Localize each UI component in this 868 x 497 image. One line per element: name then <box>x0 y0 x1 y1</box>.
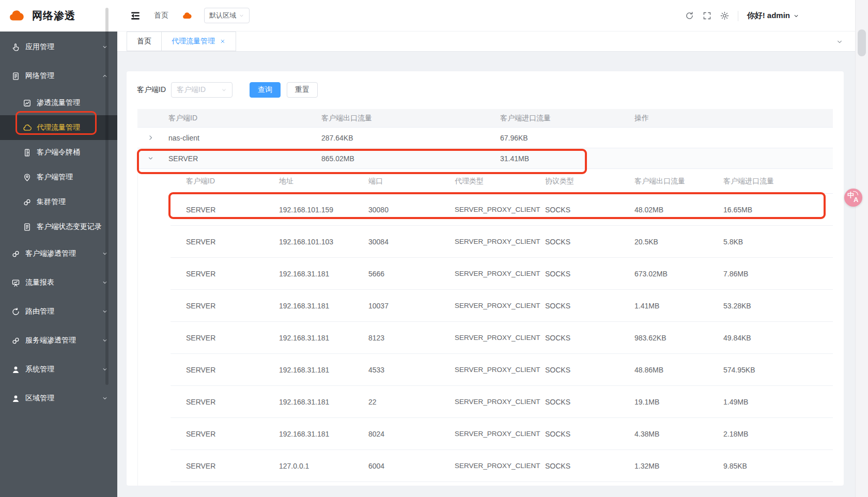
in-traffic-cell: 5.8KB <box>708 238 833 246</box>
client-id-cell: SERVER <box>171 206 264 214</box>
nested-table-row: SERVER 192.168.101.159 30080 SERVER_PROX… <box>171 194 833 226</box>
expand-cell <box>137 134 163 141</box>
in-traffic-cell: 16.65MB <box>708 206 833 214</box>
chevron-down-icon <box>239 13 244 19</box>
tab-label: 首页 <box>137 37 151 46</box>
proxy-type-cell: SERVER_PROXY_CLIENT <box>439 268 530 279</box>
in-traffic-cell: 53.28KB <box>708 302 833 310</box>
sidebar-item[interactable]: 网络管理 <box>0 61 117 90</box>
proxy-type-cell: SERVER_PROXY_CLIENT <box>439 428 530 439</box>
user-icon <box>11 394 20 403</box>
sidebar-item-label: 区域管理 <box>25 394 54 403</box>
fullscreen-icon[interactable] <box>703 11 711 20</box>
sidebar-item[interactable]: 客户端渗透管理 <box>0 239 117 268</box>
protocol-cell: SOCKS <box>530 398 619 406</box>
sidebar-item[interactable]: 路由管理 <box>0 297 117 326</box>
sidebar-item[interactable]: 渗透流量管理 <box>0 90 117 115</box>
out-traffic-cell: 865.02MB <box>316 154 495 163</box>
out-traffic-cell: 20.5KB <box>619 238 708 246</box>
nested-table-row: SERVER 192.168.31.181 10037 SERVER_PROXY… <box>171 290 833 322</box>
breadcrumb[interactable]: 首页 <box>154 11 168 20</box>
sidebar-item[interactable]: 代理流量管理 <box>0 115 117 140</box>
route-icon <box>11 307 20 316</box>
table-header-row: 客户端ID 客户端出口流量 客户端进口流量 操作 <box>137 109 833 128</box>
proxy-type-cell: SERVER_PROXY_CLIENT <box>439 300 530 311</box>
close-icon[interactable] <box>220 38 226 44</box>
sidebar-item[interactable]: 服务端渗透管理 <box>0 326 117 355</box>
sidebar-item[interactable]: 客户端令牌桶 <box>0 140 117 165</box>
sidebar-scrollbar-thumb[interactable] <box>105 8 109 385</box>
reset-button[interactable]: 重置 <box>287 82 318 98</box>
client-id-cell: SERVER <box>171 462 264 470</box>
client-id-placeholder: 客户端ID <box>177 85 206 95</box>
sidebar-item[interactable]: 客户端状态变更记录 <box>0 214 117 239</box>
chevron-right-icon[interactable] <box>147 134 154 141</box>
traffic-table: 客户端ID 客户端出口流量 客户端进口流量 操作 nas-client <box>137 109 833 169</box>
sidebar-item[interactable]: 系统管理 <box>0 355 117 384</box>
out-traffic-cell: 19.1MB <box>619 398 708 406</box>
in-traffic-cell: 67.96KB <box>495 134 629 142</box>
column-header: 操作 <box>629 114 833 123</box>
topbar-actions: 你好! admin <box>685 0 799 32</box>
sidebar-item[interactable]: 区域管理 <box>0 384 117 413</box>
sidebar-item-label: 渗透流量管理 <box>37 98 80 107</box>
port-cell: 30084 <box>353 238 439 246</box>
region-select[interactable]: 默认区域 <box>204 8 250 23</box>
tab[interactable]: 首页 <box>127 32 162 51</box>
sidebar-item[interactable]: 应用管理 <box>0 33 117 61</box>
chevron-down-icon[interactable] <box>147 155 154 162</box>
query-form: 客户端ID 客户端ID 查询 重置 <box>137 82 318 98</box>
theme-sun-icon[interactable] <box>720 11 729 20</box>
in-traffic-cell: 1.49MB <box>708 398 833 406</box>
column-header: 客户端出口流量 <box>316 114 495 123</box>
pin-icon <box>23 173 32 182</box>
search-button[interactable]: 查询 <box>250 82 281 98</box>
sidebar-item[interactable]: 集群管理 <box>0 190 117 214</box>
menu-fold-icon[interactable] <box>129 11 142 21</box>
client-id-select[interactable]: 客户端ID <box>171 82 233 98</box>
tab-options-chevron-icon[interactable] <box>836 38 843 45</box>
nested-column-header: 客户端ID <box>171 177 264 186</box>
refresh-icon[interactable] <box>685 11 694 20</box>
translate-badge-icon[interactable]: 中 A <box>844 189 862 207</box>
tab[interactable]: 代理流量管理 <box>161 32 236 51</box>
sidebar-item-label: 客户端管理 <box>37 173 73 182</box>
doc-icon <box>23 223 32 231</box>
table-row[interactable]: SERVER 865.02MB 31.41MB <box>137 148 833 169</box>
sidebar: 网络渗透 应用管理 网络管理 渗透流量管理 <box>0 0 117 497</box>
in-traffic-cell: 31.41MB <box>495 154 629 163</box>
protocol-cell: SOCKS <box>530 238 619 246</box>
address-cell: 192.168.31.181 <box>264 398 353 406</box>
port-cell: 10037 <box>353 302 439 310</box>
page-scrollbar-track[interactable] <box>855 0 868 497</box>
sidebar-item[interactable]: 客户端管理 <box>0 165 117 190</box>
port-cell: 5666 <box>353 270 439 278</box>
client-id-cell: SERVER <box>171 270 264 278</box>
user-menu[interactable]: 你好! admin <box>747 11 799 21</box>
board-icon <box>11 278 20 287</box>
sidebar-item-label: 网络管理 <box>25 71 54 81</box>
port-cell: 30080 <box>353 206 439 214</box>
nested-table-row: SERVER 192.168.31.181 5666 SERVER_PROXY_… <box>171 258 833 290</box>
sidebar-item-label: 客户端渗透管理 <box>25 249 76 258</box>
protocol-cell: SOCKS <box>530 334 619 342</box>
page-scrollbar-thumb[interactable] <box>858 29 866 56</box>
content-card: 客户端ID 客户端ID 查询 重置 客户端ID 客户端出口流量 客户端进口流量 <box>127 71 844 486</box>
sidebar-menu: 应用管理 网络管理 渗透流量管理 代理流量管理 <box>0 32 117 413</box>
address-cell: 192.168.31.181 <box>264 270 353 278</box>
table-row[interactable]: nas-client 287.64KB 67.96KB <box>137 128 833 148</box>
brand-cloud-icon <box>5 8 27 24</box>
sidebar-item[interactable]: 流量报表 <box>0 268 117 297</box>
in-traffic-cell: 574.95KB <box>708 366 833 374</box>
port-cell: 6004 <box>353 462 439 470</box>
nested-table-row: SERVER 192.168.31.181 8024 SERVER_PROXY_… <box>171 418 833 450</box>
cluster-icon <box>11 250 20 258</box>
client-id-cell: SERVER <box>163 154 316 163</box>
client-id-cell: SERVER <box>171 398 264 406</box>
client-id-cell: nas-client <box>163 134 316 142</box>
protocol-cell: SOCKS <box>530 430 619 438</box>
protocol-cell: SOCKS <box>530 206 619 214</box>
user-greeting: 你好! admin <box>747 11 790 21</box>
nested-header-row: 客户端ID 地址 端口 代理类型 协议类型 客户端出口流量 客户端进口流量 <box>171 169 833 194</box>
nested-table-left-border <box>137 169 138 486</box>
